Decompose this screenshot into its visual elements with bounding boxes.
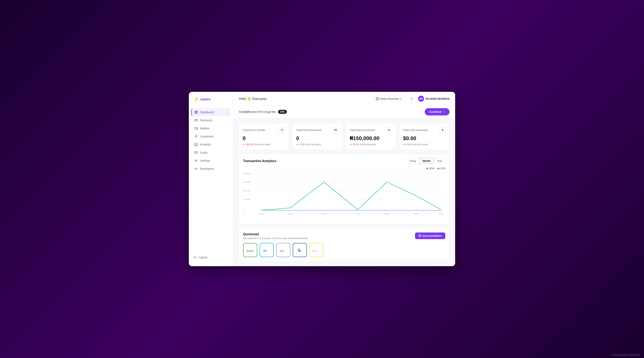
content-area: Customer's Growth 0 100.0% from last wee…	[233, 118, 455, 266]
chart-area: 600,000 450,000 300,000 150,000 0 14/02	[243, 172, 445, 220]
framework-list: Node.js Go php {...}	[243, 243, 445, 257]
filter-month[interactable]: Month	[420, 158, 434, 164]
sidebar-item-wallets[interactable]: Wallets	[191, 124, 230, 132]
settings-icon	[194, 159, 198, 162]
svg-text:0: 0	[243, 209, 244, 211]
sidebar-item-wallets-label: Wallets	[200, 127, 209, 130]
sidebar-item-analytics[interactable]: Analytics	[191, 141, 230, 148]
quickstart-header: Quickstart Get started in 3 minutes, Cho…	[243, 232, 445, 240]
theme-toggle[interactable]	[408, 96, 415, 102]
stat-icon-usd	[439, 127, 446, 133]
kyc-message: Complete your KYC to go live	[239, 110, 276, 114]
kyc-text-group: Complete your KYC to go live 10%	[239, 110, 287, 114]
svg-text:600,000: 600,000	[243, 172, 250, 174]
svg-point-15	[196, 160, 197, 161]
stat-change-label-customers: from last week	[254, 143, 270, 146]
svg-text:17/02: 17/02	[355, 213, 360, 215]
stat-card-customers: Customer's Growth 0 100.0% from last wee…	[239, 123, 289, 150]
payments-icon	[194, 118, 198, 122]
legend-usd-label: USD	[440, 167, 445, 170]
stat-value-naira: ₦150,000.00	[350, 135, 392, 142]
dashboard-icon	[194, 110, 198, 114]
documentation-button-label: Documentation	[422, 234, 442, 237]
sidebar-item-settings[interactable]: Settings	[191, 157, 230, 164]
framework-go[interactable]: Go	[260, 243, 274, 257]
stat-change-label-naira: from last week	[360, 143, 376, 146]
sidebar-item-cards[interactable]: Cards	[191, 149, 230, 156]
svg-text:{...}: {...}	[313, 250, 316, 252]
stat-change-naira: 25.0% from last week	[350, 143, 392, 146]
svg-rect-4	[195, 119, 198, 121]
framework-nodejs[interactable]: Node.js	[243, 243, 257, 257]
legend-usd: USD	[438, 167, 445, 170]
sidebar-item-settings-label: Settings	[200, 159, 210, 162]
svg-text:16/02: 16/02	[322, 213, 327, 215]
svg-point-18	[411, 98, 412, 99]
greeting-text: Hello 👋 Swervpay!	[239, 97, 267, 101]
svg-text:Node.js: Node.js	[246, 250, 254, 252]
svg-point-8	[196, 135, 197, 136]
quickstart-subtitle: Get started in 3 minutes, Choose your fr…	[243, 237, 308, 240]
svg-point-7	[196, 128, 197, 129]
svg-text:php: php	[280, 250, 284, 252]
sidebar-item-payments[interactable]: Payments	[191, 116, 230, 124]
svg-text:150,000: 150,000	[243, 198, 250, 200]
analytics-card: Transaction Analytics Today Month Year N…	[239, 154, 450, 224]
sidebar-item-dashboard[interactable]: Dashboard	[191, 108, 230, 116]
framework-js[interactable]: {...}	[309, 243, 324, 257]
header: Hello 👋 Swervpay! Switch Business MM MUJ…	[233, 92, 455, 106]
main-content: Hello 👋 Swervpay! Switch Business MM MUJ…	[233, 92, 455, 266]
legend-ngn: NGN	[426, 167, 434, 170]
transaction-chart: 600,000 450,000 300,000 150,000 0 14/02	[243, 172, 445, 220]
developers-icon	[194, 167, 198, 170]
logout-button[interactable]: Logout	[194, 256, 228, 259]
nav-menu: Dashboard Payments Wallets Customers	[189, 108, 233, 253]
stat-value-usd: $0.00	[403, 135, 446, 142]
stat-icon-cards	[332, 127, 339, 133]
svg-text:19/02: 19/02	[414, 213, 419, 215]
ngn-line	[261, 182, 441, 210]
sidebar-item-customers[interactable]: Customers	[191, 132, 230, 140]
stat-icon-customers	[279, 127, 285, 133]
svg-text:20/02: 20/02	[438, 213, 444, 215]
stat-title-cards: Total Card Generated	[296, 128, 321, 132]
stat-change-customers: 100.0% from last week	[243, 143, 285, 146]
sidebar-item-payments-label: Payments	[200, 119, 212, 122]
svg-rect-24	[334, 129, 337, 131]
documentation-button[interactable]: Documentation	[415, 232, 445, 239]
stat-change-pct-customers: 100.0%	[246, 143, 254, 146]
svg-point-23	[282, 129, 283, 130]
filter-year[interactable]: Year	[434, 158, 445, 164]
svg-rect-0	[195, 111, 196, 112]
svg-text:450,000: 450,000	[243, 181, 250, 183]
framework-flutter[interactable]	[293, 243, 307, 257]
stat-change-pct-cards: 0.0%	[299, 143, 304, 146]
framework-php[interactable]: php	[276, 243, 290, 257]
legend-ngn-label: NGN	[429, 167, 434, 170]
sidebar-item-dashboard-label: Dashboard	[200, 110, 214, 114]
filter-today[interactable]: Today	[406, 158, 419, 164]
stat-card-naira: Total Naira processed ₦150,000.00 25.0% …	[346, 123, 396, 150]
wallets-icon	[194, 126, 198, 130]
user-name: MUJEEB MUIDEEN	[426, 97, 450, 100]
stat-change-pct-naira: 25.0%	[352, 143, 359, 146]
svg-rect-2	[195, 112, 196, 114]
continue-button[interactable]: Continue →	[425, 108, 450, 116]
stat-change-usd: 0.0% from last week	[403, 143, 446, 146]
sidebar-item-cards-label: Cards	[200, 151, 208, 154]
sidebar-item-analytics-label: Analytics	[200, 143, 211, 146]
sidebar: ⚡ swerv Dashboard Payments Wallets	[189, 92, 233, 266]
sidebar-item-developers[interactable]: Developers	[191, 165, 230, 172]
svg-text:14/02: 14/02	[259, 213, 264, 215]
stats-grid: Customer's Growth 0 100.0% from last wee…	[239, 123, 450, 150]
switch-business-button[interactable]: Switch Business	[373, 96, 405, 102]
stat-icon-naira	[386, 127, 392, 133]
customers-icon	[194, 134, 198, 138]
stat-change-label-usd: from last week	[412, 143, 428, 146]
logo: ⚡ swerv	[189, 97, 233, 108]
svg-text:Go: Go	[263, 249, 267, 252]
header-right: Switch Business MM MUJEEB MUIDEEN	[373, 96, 450, 102]
svg-text:18/02: 18/02	[384, 213, 390, 215]
analytics-title: Transaction Analytics	[243, 159, 276, 163]
sidebar-item-customers-label: Customers	[200, 135, 214, 138]
